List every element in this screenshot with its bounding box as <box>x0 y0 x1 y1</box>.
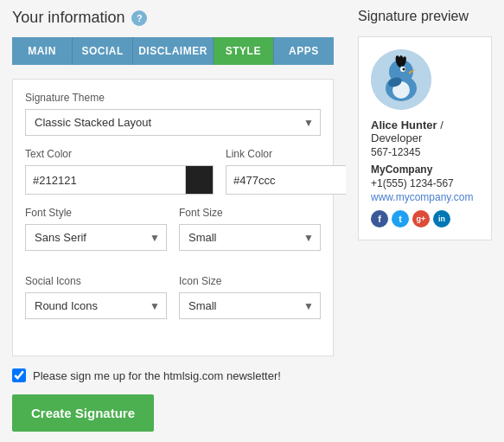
preview-title: Signature preview <box>358 9 492 24</box>
theme-select[interactable]: Classic Stacked Layout <box>25 109 321 136</box>
preview-card: Alice Hunter / Developer 567-12345 MyCom… <box>358 36 492 240</box>
social-icons-col: Social Icons Round Icons ▼ <box>25 275 167 331</box>
icon-size-select-wrapper: Small ▼ <box>179 292 321 319</box>
social-icons-row: f t g+ in <box>371 210 479 227</box>
theme-select-wrapper: Classic Stacked Layout ▼ <box>25 109 321 136</box>
facebook-icon[interactable]: f <box>371 210 388 227</box>
preview-company-phone: +1(555) 1234-567 <box>371 177 479 189</box>
color-row-group: Text Color Link Color <box>25 148 321 195</box>
create-signature-button[interactable]: Create Signature <box>12 394 154 432</box>
twitter-icon[interactable]: t <box>392 210 409 227</box>
help-icon[interactable]: ? <box>131 10 147 26</box>
tabs-container: MAIN SOCIAL DISCLAIMER STYLE APPS <box>12 37 334 65</box>
social-icons-label: Social Icons <box>25 275 167 287</box>
page-title: Your information <box>12 9 124 27</box>
icon-row-group: Social Icons Round Icons ▼ Icon Size Sma… <box>25 275 321 331</box>
preview-company: MyCompany <box>371 163 479 176</box>
text-color-swatch[interactable] <box>185 166 213 194</box>
style-form: Signature Theme Classic Stacked Layout ▼… <box>12 79 334 356</box>
social-icons-select-wrapper: Round Icons ▼ <box>25 292 167 319</box>
newsletter-row: Please sign me up for the htmlsig.com ne… <box>12 368 334 382</box>
preview-name: Alice Hunter <box>371 119 437 131</box>
svg-point-6 <box>403 68 405 71</box>
icon-size-col: Icon Size Small ▼ <box>179 275 321 331</box>
tab-social[interactable]: SOCIAL <box>73 37 133 65</box>
preview-name-line: Alice Hunter / Developer <box>371 119 479 144</box>
theme-label: Signature Theme <box>25 92 321 104</box>
font-style-select[interactable]: Sans Serif <box>25 224 167 251</box>
newsletter-label[interactable]: Please sign me up for the htmlsig.com ne… <box>33 369 281 382</box>
preview-website: www.mycompany.com <box>371 191 479 203</box>
font-size-col: Font Size Small ▼ <box>179 207 321 263</box>
font-size-select[interactable]: Small <box>179 224 321 251</box>
text-color-input[interactable] <box>26 168 185 193</box>
avatar <box>371 49 431 110</box>
tab-disclaimer[interactable]: DISCLAIMER <box>133 37 214 65</box>
social-icons-select[interactable]: Round Icons <box>25 292 167 319</box>
left-panel: Your information ? MAIN SOCIAL DISCLAIME… <box>0 0 346 442</box>
right-panel: Signature preview <box>346 0 504 442</box>
preview-phone: 567-12345 <box>371 146 479 158</box>
icon-size-select[interactable]: Small <box>179 292 321 319</box>
newsletter-checkbox[interactable] <box>12 368 26 382</box>
font-style-select-wrapper: Sans Serif ▼ <box>25 224 167 251</box>
google-icon[interactable]: g+ <box>412 210 430 227</box>
font-style-label: Font Style <box>25 207 167 219</box>
font-size-label: Font Size <box>179 207 321 219</box>
tab-main[interactable]: MAIN <box>12 37 73 65</box>
linkedin-icon[interactable]: in <box>433 210 450 227</box>
font-row-group: Font Style Sans Serif ▼ Font Size Small … <box>25 207 321 263</box>
font-style-col: Font Style Sans Serif ▼ <box>25 207 167 263</box>
tab-apps[interactable]: APPS <box>274 37 334 65</box>
avatar-image <box>371 49 431 110</box>
text-color-label: Text Color <box>25 148 214 160</box>
text-color-col: Text Color <box>25 148 214 195</box>
page-header: Your information ? <box>12 9 334 27</box>
icon-size-label: Icon Size <box>179 275 321 287</box>
tab-style[interactable]: STYLE <box>214 37 274 65</box>
text-color-input-group <box>25 165 214 195</box>
font-size-select-wrapper: Small ▼ <box>179 224 321 251</box>
